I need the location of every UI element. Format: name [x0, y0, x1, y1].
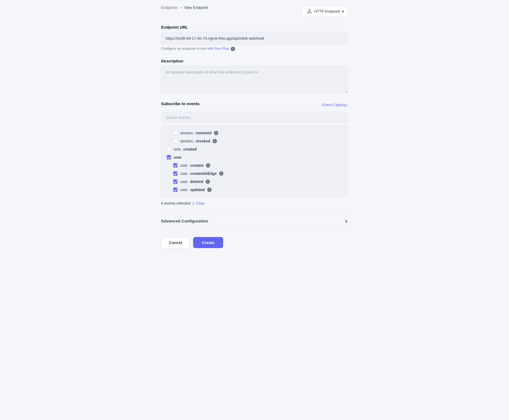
checkbox-user-created[interactable] [173, 163, 178, 168]
breadcrumb-parent[interactable]: Endpoints [161, 5, 178, 10]
cancel-button[interactable]: Cancel [161, 237, 190, 248]
event-prefix: user. [180, 188, 188, 192]
event-bold: createdAtEdge [190, 171, 217, 176]
events-list: session.removed i session.revoked i [161, 125, 348, 197]
endpoint-url-section: Endpoint URL Configure an endpoint or te… [161, 25, 348, 51]
main-content: Endpoints > New Endpoint HTTP Endpoint [155, 0, 354, 265]
checkbox-user-deleted[interactable] [173, 179, 178, 184]
checkbox-session-removed[interactable] [173, 131, 178, 135]
svg-point-0 [309, 9, 310, 10]
search-events-input[interactable] [161, 112, 348, 123]
svix-play-link[interactable]: with Svix Play [207, 46, 229, 51]
svg-point-2 [310, 12, 311, 13]
event-item-user-createdAtEdge: user.createdAtEdge i [166, 169, 343, 178]
page-container: Endpoints > New Endpoint HTTP Endpoint [0, 0, 509, 420]
event-item-sms-created: sms.created [166, 145, 343, 153]
event-bold: created [183, 147, 197, 151]
subscribe-section: Subscribe to events Event Catalog › sess… [161, 101, 348, 205]
checkbox-sms-created[interactable] [167, 147, 171, 151]
event-item-user-created: user.created i [166, 161, 343, 169]
endpoint-url-label: Endpoint URL [161, 25, 348, 29]
clear-link[interactable]: Clear [196, 201, 205, 205]
events-count: 4 events selected [161, 201, 190, 205]
event-catalog-chevron: › [347, 103, 348, 107]
subscribe-header: Subscribe to events Event Catalog › [161, 101, 348, 109]
user-created-info-icon[interactable]: i [206, 163, 210, 168]
event-bold: created [190, 163, 203, 168]
action-buttons: Cancel Create [161, 237, 348, 248]
event-bold: user [174, 155, 182, 159]
session-removed-info-icon[interactable]: i [214, 131, 218, 135]
description-section: Description [161, 59, 348, 94]
advanced-config-chevron: ∨ [344, 218, 348, 224]
event-bold: removed [196, 131, 211, 135]
event-name-session-removed: session.removed i [180, 131, 218, 135]
description-input[interactable] [161, 66, 348, 93]
event-item-session-revoked: session.revoked i [166, 137, 343, 145]
advanced-config-label: Advanced Configuration [161, 219, 208, 223]
event-prefix: user. [180, 171, 188, 176]
summary-separator: | [193, 201, 194, 205]
user-deleted-info-icon[interactable]: i [206, 179, 210, 184]
event-prefix: session. [180, 139, 194, 143]
event-bold: revoked [196, 139, 210, 143]
event-name-session-revoked: session.revoked i [180, 139, 217, 143]
event-item-user-deleted: user.deleted i [166, 178, 343, 186]
session-revoked-info-icon[interactable]: i [213, 139, 217, 143]
svix-play-info-icon[interactable]: i [231, 47, 235, 51]
event-prefix: session. [180, 131, 194, 135]
svg-point-1 [307, 12, 308, 13]
event-name-user-createdAtEdge: user.createdAtEdge i [180, 171, 223, 176]
helper-prefix: Configure an endpoint or test [161, 46, 207, 51]
create-button[interactable]: Create [193, 237, 223, 248]
event-prefix: sms. [174, 147, 182, 151]
user-updated-info-icon[interactable]: i [207, 188, 212, 192]
checkbox-user[interactable] [167, 155, 171, 159]
event-prefix: user. [180, 179, 188, 184]
event-name-user: user [174, 155, 182, 159]
advanced-config-section[interactable]: Advanced Configuration ∨ [161, 213, 348, 229]
user-createdAtEdge-info-icon[interactable]: i [219, 171, 223, 176]
events-summary: 4 events selected | Clear [161, 201, 348, 205]
event-catalog-text: Event Catalog [322, 103, 346, 107]
endpoint-url-input[interactable] [161, 32, 348, 45]
event-name-user-updated: user.updated i [180, 188, 212, 192]
event-bold: deleted [190, 179, 203, 184]
endpoint-type-label: HTTP Endpoint [314, 9, 340, 14]
description-label: Description [161, 59, 348, 63]
breadcrumb-row: Endpoints > New Endpoint HTTP Endpoint [161, 5, 348, 17]
breadcrumb-current: New Endpoint [184, 5, 208, 10]
checkbox-user-updated[interactable] [173, 188, 178, 192]
event-catalog-link[interactable]: Event Catalog › [322, 103, 348, 107]
checkbox-session-revoked[interactable] [173, 139, 178, 143]
endpoint-type-button[interactable]: HTTP Endpoint ▾ [303, 6, 348, 17]
event-name-user-created: user.created i [180, 163, 210, 168]
helper-text: Configure an endpoint or test with Svix … [161, 46, 348, 51]
endpoint-type-chevron: ▾ [342, 9, 344, 14]
event-item-user-updated: user.updated i [166, 186, 343, 194]
webhook-icon [307, 8, 312, 15]
checkbox-user-createdAtEdge[interactable] [173, 171, 178, 176]
subscribe-label: Subscribe to events [161, 101, 200, 106]
event-bold: updated [190, 188, 205, 192]
breadcrumb: Endpoints > New Endpoint [161, 5, 208, 10]
event-name-sms-created: sms.created [174, 147, 197, 151]
event-prefix: user. [180, 163, 188, 168]
event-item-session-removed: session.removed i [166, 129, 343, 137]
event-item-user: user [166, 153, 343, 161]
breadcrumb-separator: > [180, 5, 182, 10]
event-name-user-deleted: user.deleted i [180, 179, 210, 184]
